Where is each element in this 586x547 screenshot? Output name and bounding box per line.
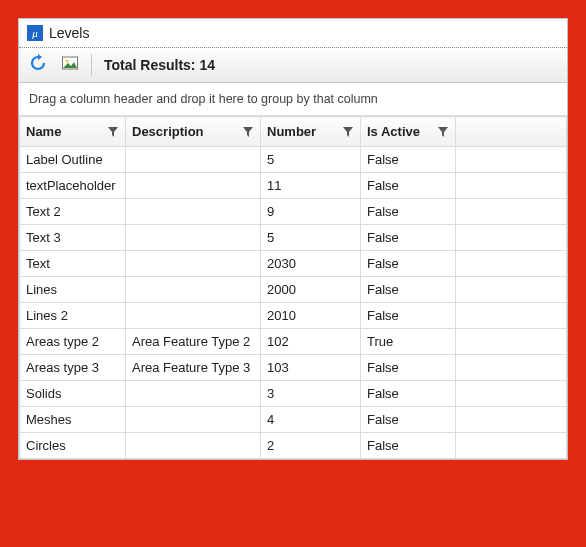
filter-icon[interactable] <box>107 126 119 138</box>
cell-extra <box>456 277 567 303</box>
cell-isactive[interactable]: False <box>361 173 456 199</box>
cell-isactive[interactable]: False <box>361 225 456 251</box>
svg-text:μ: μ <box>31 27 38 39</box>
cell-isactive[interactable]: False <box>361 147 456 173</box>
cell-number[interactable]: 5 <box>261 147 361 173</box>
cell-extra <box>456 199 567 225</box>
table-row[interactable]: Lines2000False <box>20 277 567 303</box>
cell-name[interactable]: Solids <box>20 381 126 407</box>
grid-body: Label Outline5FalsetextPlaceholder11Fals… <box>20 147 567 459</box>
filter-icon[interactable] <box>437 126 449 138</box>
cell-number[interactable]: 11 <box>261 173 361 199</box>
cell-number[interactable]: 2000 <box>261 277 361 303</box>
cell-name[interactable]: Lines 2 <box>20 303 126 329</box>
cell-description[interactable] <box>126 407 261 433</box>
cell-extra <box>456 147 567 173</box>
cell-isactive[interactable]: False <box>361 277 456 303</box>
results-grid: Name Description Number <box>19 116 567 459</box>
cell-name[interactable]: Label Outline <box>20 147 126 173</box>
cell-name[interactable]: Lines <box>20 277 126 303</box>
cell-description[interactable] <box>126 433 261 459</box>
cell-name[interactable]: Meshes <box>20 407 126 433</box>
toolbar-separator <box>91 54 92 76</box>
column-header-isactive[interactable]: Is Active <box>361 117 456 147</box>
table-row[interactable]: Areas type 2Area Feature Type 2102True <box>20 329 567 355</box>
cell-number[interactable]: 102 <box>261 329 361 355</box>
group-by-hint[interactable]: Drag a column header and drop it here to… <box>19 83 567 116</box>
cell-description[interactable]: Area Feature Type 3 <box>126 355 261 381</box>
image-button[interactable] <box>57 52 83 78</box>
table-row[interactable]: Meshes4False <box>20 407 567 433</box>
cell-description[interactable] <box>126 225 261 251</box>
cell-extra <box>456 251 567 277</box>
cell-isactive[interactable]: False <box>361 407 456 433</box>
column-label: Description <box>132 124 204 139</box>
cell-number[interactable]: 2010 <box>261 303 361 329</box>
cell-description[interactable] <box>126 147 261 173</box>
refresh-button[interactable] <box>25 52 51 78</box>
image-icon <box>61 54 79 76</box>
filter-icon[interactable] <box>242 126 254 138</box>
column-header-description[interactable]: Description <box>126 117 261 147</box>
cell-number[interactable]: 4 <box>261 407 361 433</box>
titlebar: μ Levels <box>19 19 567 48</box>
cell-name[interactable]: Text 3 <box>20 225 126 251</box>
cell-extra <box>456 173 567 199</box>
cell-description[interactable] <box>126 173 261 199</box>
cell-number[interactable]: 9 <box>261 199 361 225</box>
header-row: Name Description Number <box>20 117 567 147</box>
cell-number[interactable]: 2 <box>261 433 361 459</box>
cell-extra <box>456 381 567 407</box>
cell-description[interactable] <box>126 251 261 277</box>
column-header-number[interactable]: Number <box>261 117 361 147</box>
cell-isactive[interactable]: False <box>361 199 456 225</box>
cell-number[interactable]: 3 <box>261 381 361 407</box>
cell-isactive[interactable]: False <box>361 433 456 459</box>
total-results-label: Total Results: 14 <box>100 57 215 73</box>
table-row[interactable]: Solids3False <box>20 381 567 407</box>
cell-extra <box>456 355 567 381</box>
cell-name[interactable]: Text <box>20 251 126 277</box>
column-header-extra[interactable] <box>456 117 567 147</box>
cell-description[interactable] <box>126 381 261 407</box>
cell-isactive[interactable]: False <box>361 251 456 277</box>
column-label: Name <box>26 124 61 139</box>
cell-isactive[interactable]: True <box>361 329 456 355</box>
table-row[interactable]: textPlaceholder11False <box>20 173 567 199</box>
cell-name[interactable]: Text 2 <box>20 199 126 225</box>
column-label: Number <box>267 124 316 139</box>
cell-isactive[interactable]: False <box>361 355 456 381</box>
cell-number[interactable]: 5 <box>261 225 361 251</box>
cell-isactive[interactable]: False <box>361 303 456 329</box>
table-row[interactable]: Text2030False <box>20 251 567 277</box>
cell-number[interactable]: 103 <box>261 355 361 381</box>
cell-extra <box>456 303 567 329</box>
table-row[interactable]: Text 29False <box>20 199 567 225</box>
cell-description[interactable] <box>126 199 261 225</box>
cell-name[interactable]: Areas type 3 <box>20 355 126 381</box>
table-row[interactable]: Label Outline5False <box>20 147 567 173</box>
cell-isactive[interactable]: False <box>361 381 456 407</box>
cell-extra <box>456 329 567 355</box>
window-title: Levels <box>49 25 89 41</box>
cell-description[interactable] <box>126 303 261 329</box>
column-header-name[interactable]: Name <box>20 117 126 147</box>
cell-name[interactable]: Areas type 2 <box>20 329 126 355</box>
cell-description[interactable]: Area Feature Type 2 <box>126 329 261 355</box>
filter-icon[interactable] <box>342 126 354 138</box>
column-label: Is Active <box>367 124 420 139</box>
cell-number[interactable]: 2030 <box>261 251 361 277</box>
cell-name[interactable]: textPlaceholder <box>20 173 126 199</box>
table-row[interactable]: Lines 22010False <box>20 303 567 329</box>
toolbar: Total Results: 14 <box>19 48 567 83</box>
table-row[interactable]: Circles2False <box>20 433 567 459</box>
levels-panel: μ Levels Total Res <box>18 18 568 460</box>
table-row[interactable]: Text 35False <box>20 225 567 251</box>
refresh-icon <box>29 54 47 76</box>
cell-extra <box>456 407 567 433</box>
cell-name[interactable]: Circles <box>20 433 126 459</box>
svg-point-3 <box>65 59 68 62</box>
cell-description[interactable] <box>126 277 261 303</box>
app-icon: μ <box>27 25 43 41</box>
table-row[interactable]: Areas type 3Area Feature Type 3103False <box>20 355 567 381</box>
